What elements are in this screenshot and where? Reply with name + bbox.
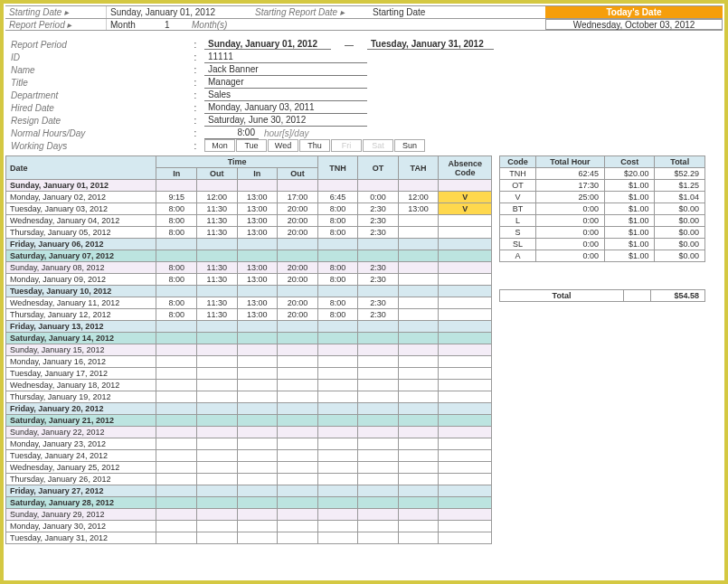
cell-ot[interactable] bbox=[358, 333, 399, 344]
table-row[interactable]: Monday, January 30, 2012 bbox=[6, 521, 492, 532]
cell-in1[interactable] bbox=[156, 344, 197, 356]
table-row[interactable]: Monday, January 23, 2012 bbox=[6, 438, 492, 450]
cell-in1[interactable] bbox=[156, 321, 197, 333]
cell-ot[interactable] bbox=[358, 356, 399, 368]
cell-out1[interactable] bbox=[197, 380, 238, 391]
cell-abs[interactable] bbox=[439, 474, 492, 485]
report-period-count[interactable]: 1 bbox=[161, 19, 188, 30]
cell-out2[interactable] bbox=[278, 344, 318, 356]
cell-tah[interactable] bbox=[398, 485, 439, 497]
cell-in1[interactable] bbox=[156, 485, 197, 497]
cell-in1[interactable] bbox=[156, 532, 197, 544]
cell-out2[interactable] bbox=[278, 321, 318, 333]
cell-tnh[interactable]: 8:00 bbox=[317, 274, 358, 286]
cell-tah[interactable] bbox=[398, 450, 439, 462]
meta-hours-value[interactable]: 8:00 bbox=[204, 127, 259, 139]
table-row[interactable]: Friday, January 27, 2012 bbox=[6, 485, 492, 497]
cell-out1[interactable]: 11:30 bbox=[197, 262, 238, 274]
cell-tah[interactable] bbox=[398, 462, 439, 474]
cell-out2[interactable] bbox=[278, 462, 318, 474]
cell-in1[interactable]: 8:00 bbox=[156, 274, 197, 286]
cell-in2[interactable] bbox=[237, 497, 278, 509]
cell-date[interactable]: Monday, January 30, 2012 bbox=[6, 521, 156, 532]
cell-out1[interactable] bbox=[197, 239, 238, 250]
cell-in2[interactable] bbox=[237, 356, 278, 368]
cell-tah[interactable] bbox=[398, 415, 439, 427]
cell-in2[interactable]: 13:00 bbox=[237, 203, 278, 215]
cell-out1[interactable] bbox=[197, 474, 238, 485]
cell-tnh[interactable] bbox=[317, 497, 358, 509]
cell-date[interactable]: Thursday, January 05, 2012 bbox=[6, 227, 156, 239]
cell-date[interactable]: Thursday, January 26, 2012 bbox=[6, 474, 156, 485]
cell-tnh[interactable] bbox=[317, 474, 358, 485]
cell-in2[interactable] bbox=[237, 239, 278, 250]
cell-in1[interactable] bbox=[156, 286, 197, 297]
cell-ot[interactable] bbox=[358, 239, 399, 250]
cell-abs[interactable] bbox=[439, 262, 492, 274]
cell-out2[interactable]: 20:00 bbox=[278, 227, 318, 239]
cell-tah[interactable] bbox=[398, 227, 439, 239]
cell-in1[interactable] bbox=[156, 333, 197, 344]
table-row[interactable]: Tuesday, January 24, 2012 bbox=[6, 450, 492, 462]
cell-in2[interactable]: 13:00 bbox=[237, 309, 278, 321]
cell-ot[interactable] bbox=[358, 521, 399, 532]
cell-date[interactable]: Tuesday, January 24, 2012 bbox=[6, 450, 156, 462]
cell-out2[interactable] bbox=[278, 380, 318, 391]
table-row[interactable]: Friday, January 06, 2012 bbox=[6, 239, 492, 250]
cell-in2[interactable] bbox=[237, 521, 278, 532]
cell-tnh[interactable] bbox=[317, 250, 358, 262]
table-row[interactable]: Thursday, January 19, 2012 bbox=[6, 391, 492, 403]
cell-abs[interactable] bbox=[439, 462, 492, 474]
cell-in1[interactable] bbox=[156, 415, 197, 427]
cell-abs[interactable] bbox=[439, 368, 492, 380]
cell-tah[interactable] bbox=[398, 344, 439, 356]
table-row[interactable]: Saturday, January 07, 2012 bbox=[6, 250, 492, 262]
cell-abs[interactable] bbox=[439, 521, 492, 532]
table-row[interactable]: Sunday, January 15, 2012 bbox=[6, 344, 492, 356]
cell-in1[interactable] bbox=[156, 497, 197, 509]
cell-out2[interactable]: 20:00 bbox=[278, 297, 318, 309]
day-sun[interactable]: Sun bbox=[394, 139, 425, 152]
cell-tah[interactable] bbox=[398, 380, 439, 391]
cell-date[interactable]: Thursday, January 19, 2012 bbox=[6, 391, 156, 403]
cell-tah[interactable] bbox=[398, 368, 439, 380]
cell-out1[interactable] bbox=[197, 391, 238, 403]
cell-tnh[interactable] bbox=[317, 521, 358, 532]
cell-tah[interactable] bbox=[398, 274, 439, 286]
cell-ot[interactable] bbox=[358, 462, 399, 474]
cell-out1[interactable] bbox=[197, 485, 238, 497]
cell-ot[interactable] bbox=[358, 344, 399, 356]
cell-date[interactable]: Sunday, January 29, 2012 bbox=[6, 509, 156, 521]
cell-tah[interactable] bbox=[398, 403, 439, 415]
cell-tnh[interactable] bbox=[317, 368, 358, 380]
cell-tnh[interactable] bbox=[317, 321, 358, 333]
cell-date[interactable]: Sunday, January 22, 2012 bbox=[6, 427, 156, 438]
cell-date[interactable]: Saturday, January 28, 2012 bbox=[6, 497, 156, 509]
cell-tah[interactable]: 12:00 bbox=[398, 192, 439, 203]
start-date-value[interactable]: Sunday, January 01, 2012 bbox=[107, 6, 251, 18]
cell-abs[interactable] bbox=[439, 438, 492, 450]
cell-date[interactable]: Saturday, January 14, 2012 bbox=[6, 333, 156, 344]
table-row[interactable]: Thursday, January 12, 20128:0011:3013:00… bbox=[6, 309, 492, 321]
cell-tnh[interactable] bbox=[317, 344, 358, 356]
cell-in1[interactable] bbox=[156, 450, 197, 462]
cell-abs[interactable] bbox=[439, 309, 492, 321]
cell-abs[interactable] bbox=[439, 239, 492, 250]
cell-ot[interactable] bbox=[358, 427, 399, 438]
meta-dept-value[interactable]: Sales bbox=[204, 89, 367, 101]
cell-date[interactable]: Monday, January 23, 2012 bbox=[6, 438, 156, 450]
cell-abs[interactable] bbox=[439, 250, 492, 262]
cell-date[interactable]: Monday, January 09, 2012 bbox=[6, 274, 156, 286]
cell-out1[interactable] bbox=[197, 497, 238, 509]
cell-out2[interactable]: 20:00 bbox=[278, 215, 318, 227]
table-row[interactable]: Saturday, January 14, 2012 bbox=[6, 333, 492, 344]
cell-abs[interactable] bbox=[439, 286, 492, 297]
cell-out2[interactable] bbox=[278, 180, 318, 192]
cell-in1[interactable] bbox=[156, 380, 197, 391]
cell-out1[interactable] bbox=[197, 333, 238, 344]
cell-date[interactable]: Saturday, January 21, 2012 bbox=[6, 415, 156, 427]
cell-abs[interactable]: V bbox=[439, 203, 492, 215]
cell-tnh[interactable] bbox=[317, 438, 358, 450]
cell-abs[interactable] bbox=[439, 485, 492, 497]
cell-in1[interactable] bbox=[156, 180, 197, 192]
